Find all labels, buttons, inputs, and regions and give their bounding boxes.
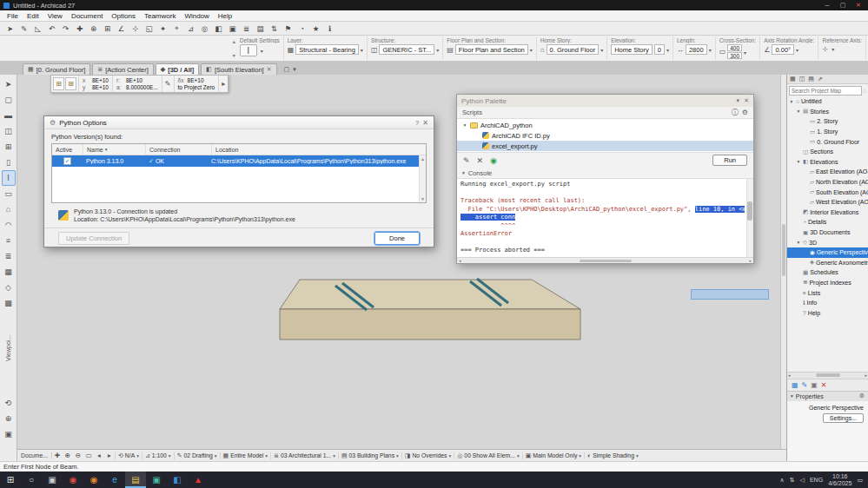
chevron-down-icon[interactable]	[530, 45, 533, 54]
camera-icon[interactable]: ▣	[226, 23, 239, 34]
beam-front-face[interactable]	[280, 309, 580, 340]
tree-item-elevations[interactable]: ▾ ◧ Elevations	[787, 157, 868, 168]
zoom-tool-icon[interactable]: ⊕	[2, 411, 16, 426]
tree-item-project-indexes[interactable]: ≣ Project Indexes	[787, 278, 868, 288]
info-icon[interactable]: ℹ	[323, 23, 336, 34]
tree-item-east-elevation[interactable]: ▱ East Elevation (AO-0...	[787, 167, 868, 177]
menu-item[interactable]: File	[3, 12, 23, 20]
scrollbar-thumb[interactable]	[580, 260, 632, 262]
tree-item-story-0[interactable]: ▭ 0. Ground Floor	[787, 136, 868, 147]
zoom-out-icon[interactable]: ⊖	[73, 452, 83, 459]
reference-axis-field[interactable]: Reference Axis: ⊹	[818, 36, 866, 60]
menu-item[interactable]: Options	[107, 12, 140, 20]
renovation-filter-selector[interactable]: ◎ 00 Show All Elem...	[454, 452, 521, 459]
chevron-down-icon[interactable]	[666, 45, 669, 54]
dialog-titlebar[interactable]: ⚙ Python Options ? ✕	[44, 116, 434, 129]
language-indicator[interactable]: ENG	[810, 477, 823, 483]
pan-hand-icon[interactable]: ✚	[52, 452, 63, 459]
wall-tool[interactable]: ▬	[2, 108, 16, 123]
settings-button[interactable]: Settings...	[823, 413, 864, 423]
palette-horizontal-scrollbar[interactable]: ◂ ▸	[457, 257, 753, 263]
cross-section-field[interactable]: Cross-Section: ▭ 400 300	[716, 36, 761, 60]
file-explorer-icon[interactable]: ▤	[125, 472, 146, 488]
window-tool[interactable]: ⊞	[2, 139, 16, 155]
done-button[interactable]: Done	[374, 232, 420, 245]
chevron-down-icon[interactable]	[261, 46, 263, 55]
minimize-button[interactable]: ─	[821, 3, 833, 9]
undo-icon[interactable]: ↶	[45, 23, 58, 34]
magic-wand-icon[interactable]: ✦	[156, 23, 169, 34]
guide-lines-icon[interactable]: ∠	[115, 23, 128, 34]
y-value[interactable]: 8E+10	[92, 84, 109, 91]
railing-tool[interactable]: ≣	[2, 248, 16, 264]
markup-icon[interactable]: ⚑	[282, 23, 295, 34]
length-field[interactable]: Length: ↔ 2800	[673, 36, 716, 60]
track-y-toggle[interactable]: ⊞	[65, 77, 76, 90]
console-scrollbar[interactable]	[746, 179, 753, 257]
mesh-tool[interactable]: ▩	[2, 295, 16, 311]
dimension-selector[interactable]: ▤ 03 Building Plans	[338, 452, 401, 459]
scroll-up-icon[interactable]: ▲	[421, 156, 425, 162]
menu-item[interactable]: Teamwork	[140, 12, 180, 20]
project-map-icon[interactable]: ▦	[790, 76, 796, 82]
taskbar-clock[interactable]: 10:16 4/6/2025	[828, 473, 851, 487]
chevron-down-icon[interactable]	[832, 44, 834, 53]
column-active[interactable]: Active	[52, 144, 83, 155]
expand-arrow-icon[interactable]: ▾	[796, 159, 801, 164]
teamwork-icon[interactable]: ⇅	[268, 23, 281, 34]
list-scrollbar[interactable]: ▲ ▼	[419, 155, 426, 202]
tab-action-center[interactable]: ≣ [Action Center]	[92, 63, 153, 75]
tab-south-elevation[interactable]: ◧ [South Elevation] ✕	[201, 63, 276, 75]
tab-close-icon[interactable]: ✕	[267, 66, 272, 73]
shading-selector[interactable]: ◐ Simple Shading	[584, 452, 641, 458]
view-map-icon[interactable]: ◫	[799, 76, 805, 82]
column-location[interactable]: Location	[212, 144, 426, 155]
tab-ground-floor[interactable]: ▦ [0. Ground Floor]	[23, 63, 90, 75]
pan-icon[interactable]: ✚	[73, 23, 86, 34]
scroll-left-icon[interactable]: ◂	[459, 258, 461, 263]
story-settings-icon[interactable]: ▤	[254, 23, 267, 34]
edit-coordinates-icon[interactable]: ✎	[162, 76, 174, 92]
info-icon[interactable]: ⓘ	[732, 108, 739, 117]
column-name[interactable]: Name▾	[83, 144, 146, 155]
missing-attribute-icon[interactable]: ✕	[821, 381, 827, 389]
chevron-down-icon[interactable]	[796, 45, 798, 54]
active-checkbox[interactable]: ✓	[63, 157, 71, 165]
field-value-2[interactable]: 300	[727, 52, 742, 59]
python-versions-list[interactable]: Active Name▾ Connection Location ✓ Pytho…	[51, 143, 427, 203]
arrow-tool-icon[interactable]: ➤	[3, 23, 17, 34]
collapse-arrow-icon[interactable]: ▾	[462, 170, 465, 175]
update-connection-button[interactable]: Update Connection	[58, 232, 129, 245]
tree-item-north-elevation[interactable]: ▱ North Elevation (AO-...	[787, 177, 868, 188]
plan-display-field[interactable]: Floor Plan and Section: ▤ Floor Plan and…	[443, 36, 536, 60]
scrollbar-thumb[interactable]	[816, 373, 840, 377]
x-value[interactable]: 8E+10	[92, 77, 109, 84]
viewpoint-panel-tab[interactable]: Viewpoi...	[5, 316, 11, 361]
canvas-vertical-scrollbar[interactable]	[780, 75, 786, 449]
photos-icon[interactable]: ▣	[146, 472, 167, 488]
field-value[interactable]: Structural - Bearing	[295, 44, 359, 55]
tree-item-help[interactable]: ? Help	[787, 307, 868, 318]
field-value-2[interactable]: 0	[654, 44, 665, 55]
tree-item-3d[interactable]: ▾ ◇ 3D	[787, 237, 868, 247]
pen-set-selector[interactable]: ✎ 02 Drafting	[174, 452, 220, 459]
tree-item-story-1[interactable]: ▭ 1. Story	[787, 127, 868, 137]
layer-combination-icon[interactable]: ▦	[792, 381, 798, 389]
fit-view-icon[interactable]: ▣	[2, 426, 16, 442]
collapse-palette-icon[interactable]: ▾	[737, 97, 740, 104]
tree-item-south-elevation[interactable]: ▱ South Elevation (AO-...	[787, 187, 868, 197]
chevron-down-icon[interactable]	[709, 45, 712, 54]
slab-tool[interactable]: ▭	[2, 186, 16, 201]
beam-top-face[interactable]	[280, 280, 580, 309]
document-panel-tab[interactable]: Docume...	[17, 452, 52, 458]
beam-tool[interactable]: Ⅰ	[2, 170, 16, 186]
scrollbar-thumb[interactable]	[782, 224, 785, 276]
structure-display-selector[interactable]: ▣ Main Model Only	[522, 452, 584, 459]
menu-item[interactable]: Edit	[23, 12, 43, 20]
scroll-right-icon[interactable]: ▸	[749, 258, 752, 263]
network-icon[interactable]: ⇅	[790, 477, 795, 484]
menu-item[interactable]: View	[43, 12, 67, 20]
tab-list-button[interactable]: ▾	[293, 66, 296, 73]
axis-rotation-field[interactable]: Axis Rotation Angle: ∠ 0.00°	[760, 36, 818, 60]
roof-tool[interactable]: ⌂	[2, 201, 16, 217]
